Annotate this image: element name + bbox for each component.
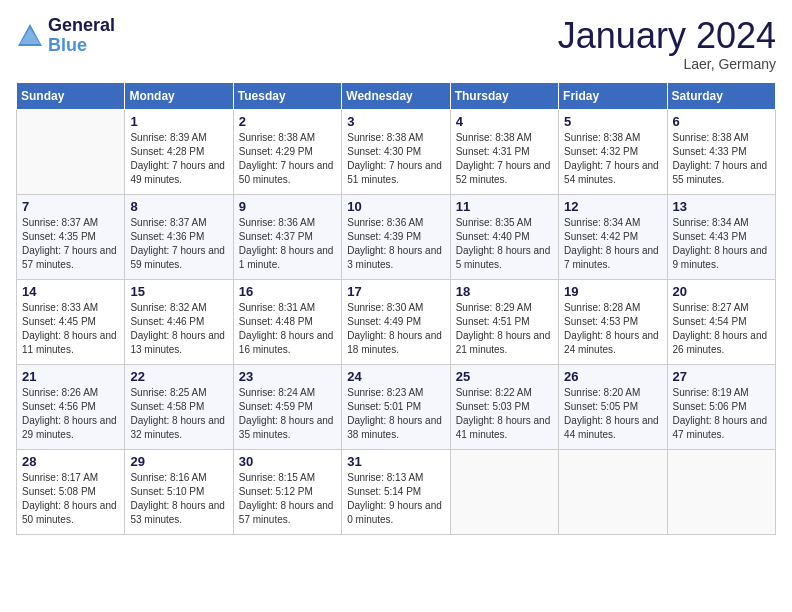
day-number: 2 [239, 114, 336, 129]
calendar-cell: 26Sunrise: 8:20 AMSunset: 5:05 PMDayligh… [559, 364, 667, 449]
calendar-cell: 4Sunrise: 8:38 AMSunset: 4:31 PMDaylight… [450, 109, 558, 194]
day-number: 4 [456, 114, 553, 129]
cell-details: Sunrise: 8:13 AMSunset: 5:14 PMDaylight:… [347, 471, 444, 527]
calendar-cell: 8Sunrise: 8:37 AMSunset: 4:36 PMDaylight… [125, 194, 233, 279]
calendar-week-row: 14Sunrise: 8:33 AMSunset: 4:45 PMDayligh… [17, 279, 776, 364]
calendar-cell: 22Sunrise: 8:25 AMSunset: 4:58 PMDayligh… [125, 364, 233, 449]
calendar-cell: 29Sunrise: 8:16 AMSunset: 5:10 PMDayligh… [125, 449, 233, 534]
logo-icon [16, 22, 44, 50]
calendar-cell: 20Sunrise: 8:27 AMSunset: 4:54 PMDayligh… [667, 279, 775, 364]
cell-details: Sunrise: 8:32 AMSunset: 4:46 PMDaylight:… [130, 301, 227, 357]
day-number: 20 [673, 284, 770, 299]
calendar-cell [559, 449, 667, 534]
calendar-cell: 14Sunrise: 8:33 AMSunset: 4:45 PMDayligh… [17, 279, 125, 364]
cell-details: Sunrise: 8:34 AMSunset: 4:43 PMDaylight:… [673, 216, 770, 272]
cell-details: Sunrise: 8:16 AMSunset: 5:10 PMDaylight:… [130, 471, 227, 527]
cell-details: Sunrise: 8:28 AMSunset: 4:53 PMDaylight:… [564, 301, 661, 357]
calendar-cell: 13Sunrise: 8:34 AMSunset: 4:43 PMDayligh… [667, 194, 775, 279]
calendar-cell: 19Sunrise: 8:28 AMSunset: 4:53 PMDayligh… [559, 279, 667, 364]
calendar-header-row: SundayMondayTuesdayWednesdayThursdayFrid… [17, 82, 776, 109]
cell-details: Sunrise: 8:38 AMSunset: 4:33 PMDaylight:… [673, 131, 770, 187]
day-number: 25 [456, 369, 553, 384]
calendar-week-row: 1Sunrise: 8:39 AMSunset: 4:28 PMDaylight… [17, 109, 776, 194]
day-number: 31 [347, 454, 444, 469]
day-number: 15 [130, 284, 227, 299]
day-number: 30 [239, 454, 336, 469]
cell-details: Sunrise: 8:30 AMSunset: 4:49 PMDaylight:… [347, 301, 444, 357]
day-number: 22 [130, 369, 227, 384]
column-header-tuesday: Tuesday [233, 82, 341, 109]
calendar-cell: 2Sunrise: 8:38 AMSunset: 4:29 PMDaylight… [233, 109, 341, 194]
cell-details: Sunrise: 8:37 AMSunset: 4:36 PMDaylight:… [130, 216, 227, 272]
cell-details: Sunrise: 8:39 AMSunset: 4:28 PMDaylight:… [130, 131, 227, 187]
day-number: 1 [130, 114, 227, 129]
logo-text: General Blue [48, 16, 115, 56]
calendar-week-row: 21Sunrise: 8:26 AMSunset: 4:56 PMDayligh… [17, 364, 776, 449]
cell-details: Sunrise: 8:31 AMSunset: 4:48 PMDaylight:… [239, 301, 336, 357]
day-number: 21 [22, 369, 119, 384]
day-number: 11 [456, 199, 553, 214]
day-number: 3 [347, 114, 444, 129]
cell-details: Sunrise: 8:17 AMSunset: 5:08 PMDaylight:… [22, 471, 119, 527]
calendar-week-row: 7Sunrise: 8:37 AMSunset: 4:35 PMDaylight… [17, 194, 776, 279]
day-number: 16 [239, 284, 336, 299]
day-number: 14 [22, 284, 119, 299]
day-number: 9 [239, 199, 336, 214]
calendar-cell: 6Sunrise: 8:38 AMSunset: 4:33 PMDaylight… [667, 109, 775, 194]
day-number: 5 [564, 114, 661, 129]
cell-details: Sunrise: 8:37 AMSunset: 4:35 PMDaylight:… [22, 216, 119, 272]
calendar-cell: 11Sunrise: 8:35 AMSunset: 4:40 PMDayligh… [450, 194, 558, 279]
column-header-saturday: Saturday [667, 82, 775, 109]
calendar-cell: 27Sunrise: 8:19 AMSunset: 5:06 PMDayligh… [667, 364, 775, 449]
day-number: 13 [673, 199, 770, 214]
calendar-cell [667, 449, 775, 534]
cell-details: Sunrise: 8:25 AMSunset: 4:58 PMDaylight:… [130, 386, 227, 442]
cell-details: Sunrise: 8:29 AMSunset: 4:51 PMDaylight:… [456, 301, 553, 357]
calendar-week-row: 28Sunrise: 8:17 AMSunset: 5:08 PMDayligh… [17, 449, 776, 534]
cell-details: Sunrise: 8:36 AMSunset: 4:37 PMDaylight:… [239, 216, 336, 272]
location: Laer, Germany [558, 56, 776, 72]
cell-details: Sunrise: 8:19 AMSunset: 5:06 PMDaylight:… [673, 386, 770, 442]
calendar-cell: 5Sunrise: 8:38 AMSunset: 4:32 PMDaylight… [559, 109, 667, 194]
calendar-cell: 21Sunrise: 8:26 AMSunset: 4:56 PMDayligh… [17, 364, 125, 449]
day-number: 18 [456, 284, 553, 299]
day-number: 6 [673, 114, 770, 129]
calendar-cell: 12Sunrise: 8:34 AMSunset: 4:42 PMDayligh… [559, 194, 667, 279]
cell-details: Sunrise: 8:36 AMSunset: 4:39 PMDaylight:… [347, 216, 444, 272]
cell-details: Sunrise: 8:22 AMSunset: 5:03 PMDaylight:… [456, 386, 553, 442]
calendar-cell: 23Sunrise: 8:24 AMSunset: 4:59 PMDayligh… [233, 364, 341, 449]
cell-details: Sunrise: 8:15 AMSunset: 5:12 PMDaylight:… [239, 471, 336, 527]
calendar-cell: 31Sunrise: 8:13 AMSunset: 5:14 PMDayligh… [342, 449, 450, 534]
cell-details: Sunrise: 8:38 AMSunset: 4:29 PMDaylight:… [239, 131, 336, 187]
cell-details: Sunrise: 8:33 AMSunset: 4:45 PMDaylight:… [22, 301, 119, 357]
calendar-cell: 16Sunrise: 8:31 AMSunset: 4:48 PMDayligh… [233, 279, 341, 364]
column-header-monday: Monday [125, 82, 233, 109]
calendar-cell: 17Sunrise: 8:30 AMSunset: 4:49 PMDayligh… [342, 279, 450, 364]
column-header-sunday: Sunday [17, 82, 125, 109]
cell-details: Sunrise: 8:20 AMSunset: 5:05 PMDaylight:… [564, 386, 661, 442]
calendar-cell: 9Sunrise: 8:36 AMSunset: 4:37 PMDaylight… [233, 194, 341, 279]
calendar-cell: 15Sunrise: 8:32 AMSunset: 4:46 PMDayligh… [125, 279, 233, 364]
column-header-wednesday: Wednesday [342, 82, 450, 109]
day-number: 8 [130, 199, 227, 214]
day-number: 10 [347, 199, 444, 214]
day-number: 19 [564, 284, 661, 299]
column-header-friday: Friday [559, 82, 667, 109]
calendar-cell: 24Sunrise: 8:23 AMSunset: 5:01 PMDayligh… [342, 364, 450, 449]
day-number: 29 [130, 454, 227, 469]
cell-details: Sunrise: 8:38 AMSunset: 4:32 PMDaylight:… [564, 131, 661, 187]
logo: General Blue [16, 16, 115, 56]
cell-details: Sunrise: 8:35 AMSunset: 4:40 PMDaylight:… [456, 216, 553, 272]
cell-details: Sunrise: 8:23 AMSunset: 5:01 PMDaylight:… [347, 386, 444, 442]
day-number: 23 [239, 369, 336, 384]
cell-details: Sunrise: 8:27 AMSunset: 4:54 PMDaylight:… [673, 301, 770, 357]
day-number: 17 [347, 284, 444, 299]
cell-details: Sunrise: 8:34 AMSunset: 4:42 PMDaylight:… [564, 216, 661, 272]
calendar-cell [450, 449, 558, 534]
calendar-cell: 28Sunrise: 8:17 AMSunset: 5:08 PMDayligh… [17, 449, 125, 534]
calendar-cell: 10Sunrise: 8:36 AMSunset: 4:39 PMDayligh… [342, 194, 450, 279]
cell-details: Sunrise: 8:38 AMSunset: 4:31 PMDaylight:… [456, 131, 553, 187]
day-number: 12 [564, 199, 661, 214]
cell-details: Sunrise: 8:38 AMSunset: 4:30 PMDaylight:… [347, 131, 444, 187]
calendar-cell: 3Sunrise: 8:38 AMSunset: 4:30 PMDaylight… [342, 109, 450, 194]
